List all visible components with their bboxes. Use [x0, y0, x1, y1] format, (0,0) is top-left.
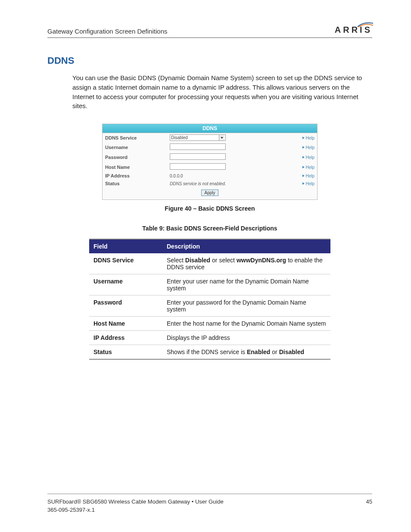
help-link[interactable]: Help	[302, 145, 314, 150]
ddns-service-label: DDNS Service	[105, 135, 170, 140]
status-label: Status	[105, 181, 170, 186]
ip-label: IP Address	[105, 173, 170, 178]
panel-title: DDNS	[103, 124, 317, 133]
password-input[interactable]	[170, 153, 226, 160]
page-number: 45	[366, 498, 372, 505]
help-link[interactable]: Help	[302, 174, 314, 178]
hostname-input[interactable]	[170, 163, 226, 170]
ddns-panel: DDNS DDNS Service Disabled Help Username…	[102, 124, 318, 200]
caret-right-icon	[302, 137, 305, 139]
col-field: Field	[89, 239, 162, 253]
caret-right-icon	[302, 146, 305, 149]
table-row: Password Enter your password for the Dyn…	[89, 296, 330, 317]
help-link[interactable]: Help	[302, 165, 314, 170]
caret-right-icon	[302, 174, 305, 177]
status-value: DDNS service is not enabled.	[170, 181, 226, 186]
username-input[interactable]	[170, 143, 226, 150]
section-heading: DDNS	[47, 55, 372, 66]
caret-right-icon	[302, 156, 305, 159]
table-row: Host Name Enter the host name for the Dy…	[89, 317, 330, 331]
figure-caption: Figure 40 – Basic DDNS Screen	[102, 205, 318, 212]
caret-right-icon	[302, 182, 305, 185]
brand-logo: ARRIS	[335, 25, 372, 35]
table-caption: Table 9: Basic DDNS Screen-Field Descrip…	[47, 225, 372, 232]
field-description-table: Field Description DDNS Service Select Di…	[89, 239, 330, 360]
caret-right-icon	[302, 166, 305, 168]
help-link[interactable]: Help	[302, 181, 314, 186]
help-link[interactable]: Help	[302, 136, 314, 140]
help-link[interactable]: Help	[302, 155, 314, 160]
running-header: Gateway Configuration Screen Definitions	[47, 28, 167, 35]
hostname-label: Host Name	[105, 165, 170, 170]
apply-button[interactable]: Apply	[201, 190, 218, 196]
ddns-service-select[interactable]: Disabled	[170, 134, 226, 141]
table-row: Status Shows if the DDNS service is Enab…	[89, 345, 330, 360]
intro-paragraph: You can use the Basic DDNS (Dynamic Doma…	[72, 73, 368, 111]
footer-doc-id: 365-095-25397-x.1	[47, 507, 372, 513]
password-label: Password	[105, 155, 170, 160]
table-row: DDNS Service Select Disabled or select w…	[89, 253, 330, 274]
table-row: IP Address Displays the IP address	[89, 331, 330, 345]
col-description: Description	[162, 239, 330, 253]
ip-value: 0.0.0.0	[170, 174, 183, 178]
footer-doc-title: SURFboard® SBG6580 Wireless Cable Modem …	[47, 498, 224, 505]
brand-swoosh-icon	[357, 22, 374, 28]
table-row: Username Enter your user name for the Dy…	[89, 274, 330, 296]
chevron-down-icon	[219, 135, 224, 140]
username-label: Username	[105, 145, 170, 150]
